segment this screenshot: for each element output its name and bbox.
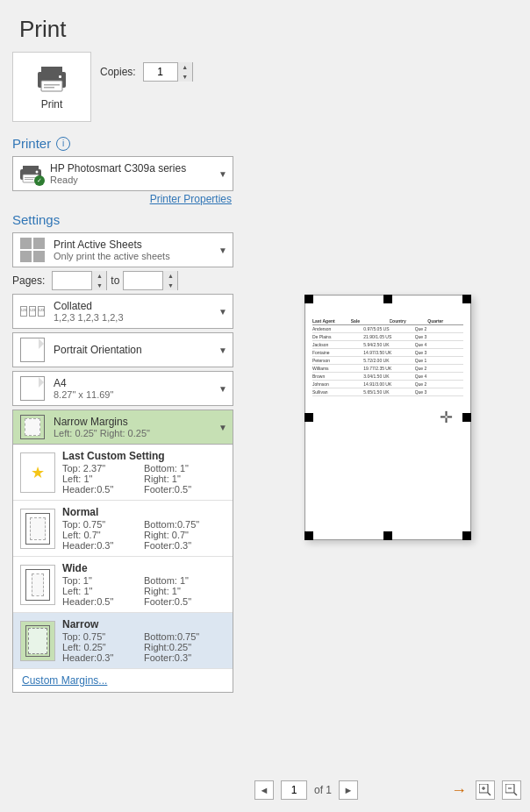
margins-dropdown: ★ Last Custom Setting Top: 2.37"Bottom: … <box>12 445 233 693</box>
zoom-out-icon <box>505 784 518 796</box>
print-active-sheets-arrow: ▼ <box>218 246 227 255</box>
pages-to-wrap[interactable]: ▲ ▼ <box>123 271 178 290</box>
print-active-sheets-text: Print Active Sheets Only print the activ… <box>54 239 215 261</box>
svg-line-13 <box>488 793 491 795</box>
pages-from-wrap[interactable]: ▲ ▼ <box>52 271 107 290</box>
page-title: Print <box>0 0 530 52</box>
collated-sub: 1,2,3 1,2,3 1,2,3 <box>54 312 215 323</box>
paper-size-text: A4 8.27" x 11.69" <box>54 377 215 400</box>
dropdown-item-wide[interactable]: Wide Top: 1"Bottom: 1" Left: 1"Right: 1"… <box>13 557 233 613</box>
copies-input-wrap[interactable]: ▲ ▼ <box>143 62 193 82</box>
pages-to-input[interactable] <box>124 272 162 289</box>
print-button-label: Print <box>41 98 63 110</box>
preview-page: ✛ Last Agent Sale Country Quarter Anders… <box>304 295 471 540</box>
collated-icon: 123 123 123 <box>18 297 47 325</box>
margins-main: Narrow Margins <box>54 416 215 428</box>
page-input-wrap[interactable] <box>281 780 307 800</box>
orientation-row[interactable]: Portrait Orientation ▼ <box>12 332 233 367</box>
dropdown-item-title-wide: Wide <box>62 562 226 574</box>
print-active-sheets-icon <box>18 236 47 264</box>
pages-to-up-btn[interactable]: ▲ <box>163 271 177 281</box>
print-active-sheets-main: Print Active Sheets <box>54 239 215 251</box>
margins-text: Narrow Margins Left: 0.25" Right: 0.25" <box>54 416 215 438</box>
print-active-sheets-row[interactable]: Print Active Sheets Only print the activ… <box>12 232 233 267</box>
collated-row[interactable]: 123 123 123 Collated 1,2,3 1,2,3 1,2,3 ▼ <box>12 294 233 329</box>
orientation-main: Portrait Orientation <box>54 344 215 356</box>
print-button[interactable]: Print <box>12 52 91 122</box>
handle-br[interactable] <box>462 531 471 540</box>
handle-tl[interactable] <box>304 295 313 303</box>
grid-icon <box>20 238 45 262</box>
move-cursor-icon: ✛ <box>440 408 453 427</box>
printer-section-header: Printer i <box>12 136 233 151</box>
dropdown-item-title-narrow: Narrow <box>62 618 226 630</box>
next-page-button[interactable]: ► <box>339 780 358 800</box>
custom-margins-link[interactable]: Custom Margins... <box>13 669 233 692</box>
svg-rect-1 <box>41 67 62 74</box>
pages-from-up-btn[interactable]: ▲ <box>92 271 106 281</box>
svg-rect-5 <box>59 75 61 78</box>
handle-tm[interactable] <box>383 295 392 303</box>
copies-up-btn[interactable]: ▲ <box>178 62 192 72</box>
dropdown-item-details-normal: Top: 0.75"Bottom:0.75" Left: 0.7"Right: … <box>62 519 226 551</box>
copies-label: Copies: <box>100 66 136 78</box>
pages-from-spinners: ▲ ▼ <box>91 271 106 290</box>
handle-mr[interactable] <box>462 413 471 422</box>
dropdown-item-details-wide: Top: 1"Bottom: 1" Left: 1"Right: 1" Head… <box>62 575 226 607</box>
printer-properties-link[interactable]: Printer Properties <box>12 193 232 205</box>
printer-section-label: Printer <box>12 136 51 151</box>
collated-arrow: ▼ <box>218 307 227 317</box>
margins-sub: Left: 0.25" Right: 0.25" <box>54 428 215 438</box>
margins-row[interactable]: Narrow Margins Left: 0.25" Right: 0.25" … <box>12 410 233 445</box>
copies-down-btn[interactable]: ▼ <box>178 72 192 82</box>
orientation-text: Portrait Orientation <box>54 344 215 356</box>
left-panel: Print Copies: ▲ ▼ Printer i <box>0 52 246 812</box>
dropdown-item-icon-wide <box>20 565 55 605</box>
svg-line-17 <box>514 793 517 795</box>
handle-tr[interactable] <box>462 295 471 303</box>
printer-info-icon[interactable]: i <box>56 137 70 151</box>
pages-label: Pages: <box>12 274 45 287</box>
printer-status-check: ✓ <box>34 175 45 186</box>
dropdown-item-text-last-custom: Last Custom Setting Top: 2.37"Bottom: 1"… <box>62 450 226 495</box>
handle-bl[interactable] <box>304 531 313 540</box>
dropdown-item-narrow[interactable]: Narrow Top: 0.75"Bottom:0.75" Left: 0.25… <box>13 613 233 669</box>
zoom-in-button[interactable] <box>476 780 495 800</box>
pages-from-down-btn[interactable]: ▼ <box>92 281 106 290</box>
handle-bm[interactable] <box>383 531 392 540</box>
copies-input[interactable] <box>144 63 177 81</box>
handle-ml[interactable] <box>304 413 313 422</box>
pages-to-spinners: ▲ ▼ <box>162 271 177 290</box>
pages-from-input[interactable] <box>53 272 91 289</box>
orientation-icon <box>18 336 47 364</box>
dropdown-item-last-custom[interactable]: ★ Last Custom Setting Top: 2.37"Bottom: … <box>13 445 233 501</box>
dropdown-item-icon-last-custom: ★ <box>20 452 55 493</box>
printer-icon-wrap: ✓ <box>18 163 43 184</box>
paper-size-arrow: ▼ <box>218 384 227 394</box>
printer-dropdown-arrow: ▼ <box>218 169 227 179</box>
dropdown-item-details-narrow: Top: 0.75"Bottom:0.75" Left: 0.25"Right:… <box>62 631 226 663</box>
svg-rect-4 <box>44 87 54 89</box>
printer-info: HP Photosmart C309a series Ready <box>50 162 215 185</box>
svg-rect-2 <box>41 81 62 91</box>
dropdown-item-normal[interactable]: Normal Top: 0.75"Bottom:0.75" Left: 0.7"… <box>13 501 233 557</box>
settings-section-label: Settings <box>12 212 233 227</box>
pages-to-down-btn[interactable]: ▼ <box>163 281 177 290</box>
copies-spinners: ▲ ▼ <box>177 62 192 82</box>
content-area: Print Copies: ▲ ▼ Printer i <box>0 52 530 812</box>
star-icon: ★ <box>31 463 45 482</box>
margins-icon <box>18 413 47 441</box>
nav-bar: ◄ of 1 ► → <box>254 773 521 803</box>
zoom-out-button[interactable] <box>502 780 521 800</box>
printer-selector[interactable]: ✓ HP Photosmart C309a series Ready ▼ <box>12 156 233 191</box>
collated-main: Collated <box>54 300 215 312</box>
paper-size-row[interactable]: A4 8.27" x 11.69" ▼ <box>12 371 233 406</box>
printer-status: Ready <box>50 175 215 185</box>
prev-page-button[interactable]: ◄ <box>254 780 274 800</box>
page-number-input[interactable] <box>282 781 306 799</box>
zoom-fit-button[interactable]: → <box>449 780 469 800</box>
collated-text: Collated 1,2,3 1,2,3 1,2,3 <box>54 300 215 323</box>
of-label: of 1 <box>314 784 332 796</box>
margins-arrow: ▼ <box>218 423 227 432</box>
preview-area: ✛ Last Agent Sale Country Quarter Anders… <box>254 61 521 773</box>
